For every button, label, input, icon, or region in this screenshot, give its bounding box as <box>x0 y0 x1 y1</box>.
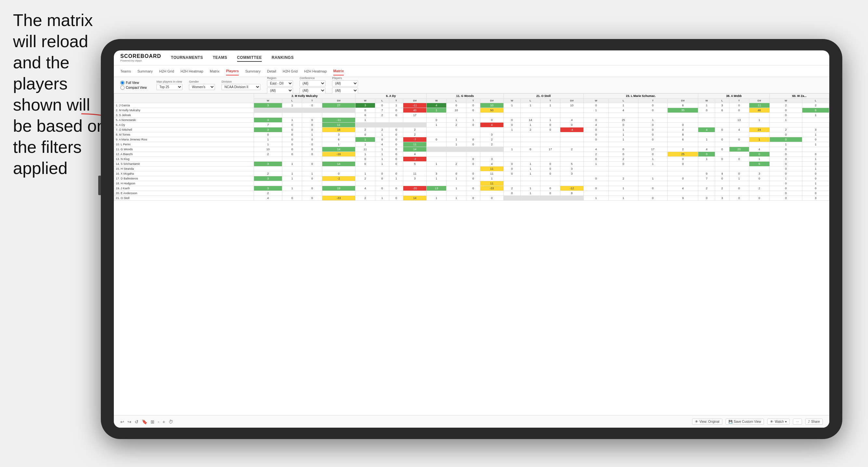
cell <box>540 196 560 201</box>
cell <box>520 132 540 137</box>
tab-matrix2[interactable]: Matrix <box>333 67 344 75</box>
cell: 13 <box>729 118 749 123</box>
cell: 1 <box>729 176 749 181</box>
table-row: 8. M Torres 0 0 1 3 0 1 0 2 3 <box>114 132 829 137</box>
cell: 1 <box>749 118 770 123</box>
cell <box>609 113 639 118</box>
tab-summary1[interactable]: Summary <box>137 67 153 75</box>
cell: 2 <box>480 137 503 142</box>
cell: 0 <box>540 186 560 191</box>
cell <box>802 123 829 127</box>
cell: 0 <box>715 137 729 142</box>
tablet-screen: SCOREBOARD Powered by clippd TOURNAMENTS… <box>114 51 829 428</box>
compact-view-label: Compact View <box>126 86 147 89</box>
cell: 0 <box>802 162 829 166</box>
cell <box>480 147 503 152</box>
zoom-out-icon[interactable]: - <box>158 419 159 425</box>
cell: 3 <box>254 118 282 123</box>
cell: 1 <box>302 132 322 137</box>
redo-icon[interactable]: ↪ <box>127 419 131 425</box>
cell: 14 <box>520 118 540 123</box>
players-select[interactable]: (All) <box>332 80 358 87</box>
division-select[interactable]: NCAA Division II <box>221 84 260 90</box>
cell: 0 <box>254 132 282 137</box>
player-18: 19. J Kanh <box>114 186 254 191</box>
sh-s-l: L <box>520 98 540 103</box>
cell: 17 <box>638 147 668 152</box>
cell: 0 <box>540 172 560 176</box>
matrix-area[interactable]: 2. M Kelly Mulcahy 6. A Dy 11. G Woods 2… <box>114 93 829 415</box>
sh-m-l: L <box>282 98 302 103</box>
cell: -11 <box>403 103 427 108</box>
cell <box>446 181 466 186</box>
region-sub-select[interactable]: (All) <box>267 88 293 94</box>
table-row: 2. M Kelly Mulcahy 0 7 0 40 1 10 0 <box>114 108 829 113</box>
clock-icon[interactable]: ⏱ <box>168 419 173 425</box>
cell <box>729 123 749 127</box>
more-button[interactable]: ⋯ <box>793 418 802 425</box>
players-sub-select[interactable]: (All) <box>332 88 358 94</box>
full-view-radio[interactable] <box>120 81 125 85</box>
tab-matrix1[interactable]: Matrix <box>210 67 219 75</box>
tab-h2h-heatmap1[interactable]: H2H Heatmap <box>181 67 203 75</box>
share-button[interactable]: ⤴ Share <box>805 418 823 425</box>
view-original-button[interactable]: 👁 View: Original <box>692 418 723 425</box>
cell: 0 <box>322 172 355 176</box>
zoom-in-icon[interactable]: + <box>163 419 165 425</box>
cell: -2 <box>403 157 427 162</box>
cell <box>322 108 355 113</box>
cell: 0 <box>749 152 770 157</box>
cell <box>503 176 520 181</box>
compact-view-option[interactable]: Compact View <box>120 86 147 90</box>
cell: 1 <box>446 186 466 191</box>
cell: 0 <box>503 172 520 176</box>
table-row: 21. O Stoll 4 0 0 -33 2 1 0 14 1 1 0 <box>114 196 829 201</box>
cell: 1 <box>446 176 466 181</box>
cell: 2 <box>668 147 698 152</box>
player-14: 15. H Stranda <box>114 166 254 172</box>
cell: 4 <box>583 123 609 127</box>
tab-teams[interactable]: Teams <box>120 67 131 75</box>
cell: 14 <box>403 196 427 201</box>
gender-select[interactable]: Women's <box>189 84 215 90</box>
compact-view-radio[interactable] <box>120 86 125 90</box>
tab-players[interactable]: Players <box>226 67 239 75</box>
max-players-select[interactable]: Top 25 <box>156 84 182 90</box>
undo-icon[interactable]: ↩ <box>120 419 124 425</box>
nav-tournaments[interactable]: TOURNAMENTS <box>171 54 203 62</box>
header-mulcahy: 2. M Kelly Mulcahy <box>254 94 355 98</box>
cell: 6 <box>668 137 698 142</box>
cell <box>520 176 540 181</box>
tab-detail[interactable]: Detail <box>267 67 276 75</box>
filter-icon[interactable]: ⊞ <box>151 419 154 425</box>
conference-select[interactable]: (All) <box>300 80 326 87</box>
reset-icon[interactable]: ↺ <box>135 419 138 425</box>
nav-committee[interactable]: COMMITTEE <box>237 54 262 62</box>
cell: 18 <box>322 127 355 132</box>
bookmark-icon[interactable]: 🔖 <box>142 419 147 425</box>
cell: 0 <box>802 152 829 157</box>
nav-rankings[interactable]: RANKINGS <box>272 54 294 62</box>
conference-sub-select[interactable]: (All) <box>300 88 326 94</box>
tab-summary2[interactable]: Summary <box>245 67 260 75</box>
cell <box>302 113 322 118</box>
save-custom-button[interactable]: 💾 Save Custom View <box>725 418 764 425</box>
nav-teams[interactable]: TEAMS <box>213 54 227 62</box>
watch-button[interactable]: 👁 Watch ▾ <box>767 418 789 425</box>
cell: 6 <box>802 108 829 113</box>
tab-h2h-grid1[interactable]: H2H Grid <box>159 67 174 75</box>
tab-h2h-grid2[interactable]: H2H Grid <box>283 67 298 75</box>
region-select[interactable]: East - DII <box>267 80 293 87</box>
cell <box>749 123 770 127</box>
tab-h2h-heatmap2[interactable]: H2H Heatmap <box>304 67 327 75</box>
cell <box>540 157 560 162</box>
table-row: 17. D Ballesteros 3 1 0 -2 2 0 1 3 1 1 0 <box>114 176 829 181</box>
sh-d-w: W <box>355 98 375 103</box>
cell: 4 <box>480 162 503 166</box>
cell <box>254 157 282 162</box>
cell <box>446 191 466 196</box>
cell: 4 <box>668 186 698 191</box>
cell: 0 <box>466 103 480 108</box>
full-view-option[interactable]: Full View <box>120 81 147 85</box>
watch-icon: 👁 <box>770 420 773 424</box>
